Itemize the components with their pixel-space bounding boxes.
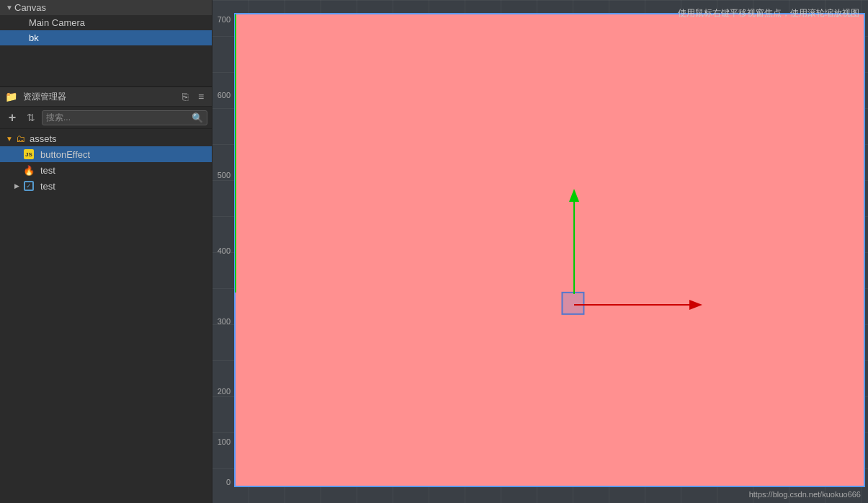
canvas-label: Canvas	[14, 2, 46, 13]
tree-item-main-camera[interactable]: Main Camera	[0, 15, 212, 30]
folder-icon: 📁	[4, 90, 17, 103]
sort-button[interactable]: ⇅	[23, 110, 39, 125]
left-panel: ▼ Canvas Main Camera bk 📁 资源管理器 ⎘ ≡ + ⇅	[0, 0, 212, 503]
search-input[interactable]	[46, 112, 192, 123]
bk-label: bk	[29, 32, 39, 43]
scene-axes-svg	[236, 14, 864, 486]
menu-icon[interactable]: ≡	[194, 90, 207, 103]
assets-label: assets	[30, 133, 57, 144]
search-icon[interactable]: 🔍	[192, 112, 203, 123]
asset-item-test-check[interactable]: ▶ ✓ test	[0, 178, 212, 194]
arrow-test-check: ▶	[14, 182, 23, 190]
search-box: 🔍	[42, 110, 207, 125]
arrow-canvas: ▼	[6, 4, 14, 12]
x-axis-arrowhead	[689, 300, 702, 310]
asset-item-button-effect[interactable]: JS buttonEffect	[0, 146, 212, 162]
assets-folder-icon: 🗂	[14, 133, 26, 144]
scene-view: 使用鼠标右键平移视窗焦点，使用滚轮缩放视图 700 600 500 400 30…	[212, 0, 868, 503]
test-check-label: test	[40, 181, 55, 192]
y-axis-arrowhead	[569, 189, 579, 202]
asset-manager-title: 资源管理器	[23, 91, 176, 103]
test-fire-label: test	[40, 165, 55, 176]
tree-item-canvas[interactable]: ▼ Canvas	[0, 0, 212, 15]
js-file-icon: JS	[23, 148, 35, 160]
asset-item-assets[interactable]: ▼ 🗂 assets	[0, 130, 212, 146]
pink-canvas	[234, 13, 865, 487]
asset-item-test-fire[interactable]: 🔥 test	[0, 162, 212, 178]
tree-item-bk[interactable]: bk	[0, 30, 212, 45]
hierarchy-section: ▼ Canvas Main Camera bk	[0, 0, 212, 86]
selection-rect	[562, 293, 583, 314]
copy-icon[interactable]: ⎘	[179, 90, 192, 103]
asset-tree: ▼ 🗂 assets JS buttonEffect 🔥 test ▶	[0, 129, 212, 503]
asset-manager-toolbar: 📁 资源管理器 ⎘ ≡	[0, 87, 212, 107]
add-asset-button[interactable]: +	[4, 110, 20, 125]
main-camera-label: Main Camera	[29, 17, 85, 28]
arrow-assets: ▼	[6, 135, 14, 143]
asset-manager: 📁 资源管理器 ⎘ ≡ + ⇅ 🔍 ▼ 🗂 assets	[0, 86, 212, 503]
button-effect-label: buttonEffect	[40, 149, 90, 160]
fire-file-icon: 🔥	[23, 164, 35, 176]
check-file-icon: ✓	[23, 180, 35, 192]
asset-actions-row: + ⇅ 🔍	[0, 107, 212, 129]
